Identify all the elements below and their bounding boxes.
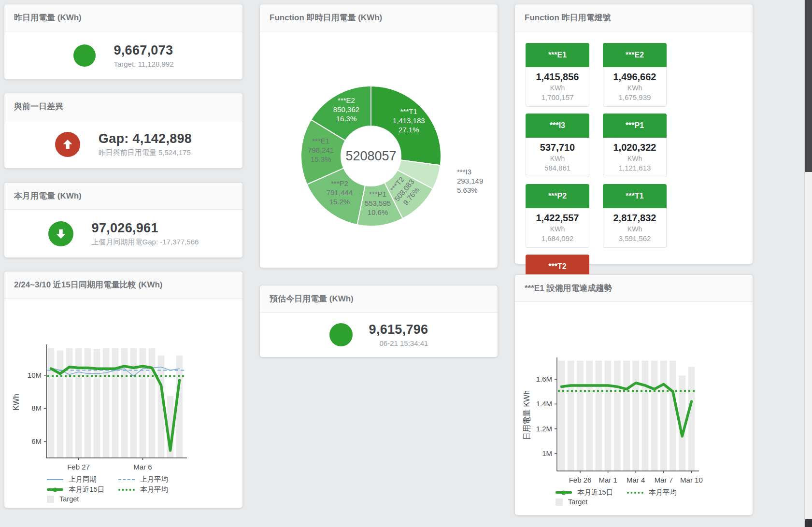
target-bar xyxy=(66,348,73,458)
light-tile-i3: ***I3537,710KWh584,861 xyxy=(526,114,589,177)
legend-item: 本月近15日 xyxy=(47,485,118,494)
target-bar xyxy=(660,361,667,471)
tile-body: 1,020,322KWh1,121,613 xyxy=(603,138,667,177)
kpi-body: 9,615,796 06-21 15:34:41 xyxy=(260,313,498,357)
card-title: 2/24~3/10 近15日同期用電量比較 (KWh) xyxy=(4,271,242,299)
card-title: 昨日用電量 (KWh) xyxy=(4,4,242,31)
tile-body: 537,710KWh584,861 xyxy=(526,138,589,177)
card-title: 本月用電量 (KWh) xyxy=(4,183,242,210)
dash-blue-icon xyxy=(118,479,135,480)
line-blue-icon xyxy=(47,479,63,480)
tile-target: 3,591,562 xyxy=(603,234,666,242)
target-bar xyxy=(577,361,584,471)
kpi-body: Gap: 4,142,898 昨日與前日用電量 5,524,175 xyxy=(4,120,242,168)
card-title: 預估今日用電量 (KWh) xyxy=(260,285,498,313)
light-tile-p2: ***P21,422,557KWh1,684,092 xyxy=(526,184,589,248)
x-tick-label: Feb 26 xyxy=(569,476,592,484)
legend-label: 上月平均 xyxy=(140,475,168,484)
legend-item: 本月平均 xyxy=(118,485,190,494)
card-15day-compare: 2/24~3/10 近15日同期用電量比較 (KWh) 6M8M10MFeb 2… xyxy=(4,271,243,508)
tile-value: 1,020,322 xyxy=(603,142,666,153)
y-tick-label: 1.6M xyxy=(536,375,552,383)
scrollbar-thumb[interactable] xyxy=(805,0,812,172)
legend-item: 本月平均 xyxy=(627,488,698,497)
status-circle-icon xyxy=(73,44,96,67)
kpi-body: 97,026,961 上個月同期用電Gap: -17,377,566 xyxy=(4,210,242,257)
square-gray-icon xyxy=(556,499,563,506)
target-bar xyxy=(140,348,146,458)
legend-row: 本月近15日本月平均 xyxy=(556,488,753,497)
tile-target: 1,121,613 xyxy=(603,164,666,172)
tile-header: ***P2 xyxy=(526,184,589,208)
card-title: Function 昨日用電燈號 xyxy=(515,4,753,31)
target-bar xyxy=(94,349,100,458)
kpi-subtitle: 昨日與前日用電量 5,524,175 xyxy=(99,148,192,157)
compare-chart: 6M8M10MFeb 27Mar 6KWh xyxy=(4,340,242,474)
card-yesterday-lights: Function 昨日用電燈號 ***E11,415,856KWh1,700,1… xyxy=(514,4,753,264)
x-tick-label: Mar 4 xyxy=(627,476,645,484)
kpi-timestamp: 06-21 15:34:41 xyxy=(369,339,428,347)
square-gray-icon xyxy=(47,496,54,503)
tile-value: 1,422,557 xyxy=(526,213,589,224)
kpi-value: 97,026,961 xyxy=(92,221,199,236)
dot-green-icon xyxy=(627,492,643,494)
tile-target: 1,684,092 xyxy=(526,234,589,242)
kpi-value: 9,615,796 xyxy=(369,322,428,337)
kpi-value: Gap: 4,142,898 xyxy=(99,131,192,146)
tile-value: 2,817,832 xyxy=(603,213,666,224)
light-tile-p1: ***P11,020,322KWh1,121,613 xyxy=(603,114,667,177)
x-tick-label: Feb 27 xyxy=(67,463,90,471)
tile-value: 1,415,856 xyxy=(526,71,589,83)
target-bar xyxy=(75,348,82,458)
compare-legend: 上月同期上月平均本月近15日本月平均Target xyxy=(47,475,242,503)
target-bar xyxy=(558,361,565,471)
light-tile-t1: ***T12,817,832KWh3,591,562 xyxy=(603,184,667,248)
legend-label: Target xyxy=(568,498,587,506)
legend-label: 本月平均 xyxy=(140,485,168,494)
down-arrow-icon xyxy=(48,221,73,246)
tile-target: 1,700,157 xyxy=(526,93,589,101)
scrollbar-corner xyxy=(805,519,812,527)
legend-item: 上月平均 xyxy=(118,475,190,484)
target-bar xyxy=(121,348,128,458)
tile-header: ***I3 xyxy=(526,114,589,138)
dot-green-icon xyxy=(118,489,135,491)
kpi-text: 9,615,796 06-21 15:34:41 xyxy=(369,322,428,347)
target-bar xyxy=(149,348,156,458)
tile-unit: KWh xyxy=(603,155,666,162)
target-bar xyxy=(632,361,639,471)
light-tile-e2: ***E21,496,662KWh1,675,939 xyxy=(603,43,667,107)
card-title: 與前一日差異 xyxy=(4,93,242,120)
scrollbar-track[interactable] xyxy=(804,0,812,527)
donut-chart: ***T11,413,18327.1%***I3293,1495.63%***T… xyxy=(260,31,497,267)
y-tick-label: 8M xyxy=(31,404,42,412)
tile-body: 2,817,832KWh3,591,562 xyxy=(603,208,667,248)
tile-body: 1,415,856KWh1,700,157 xyxy=(526,67,589,107)
x-tick-label: Mar 6 xyxy=(133,463,152,471)
target-bar xyxy=(641,361,648,471)
kpi-subtitle: Target: 11,128,992 xyxy=(114,60,174,68)
tile-value: 537,710 xyxy=(526,142,589,153)
legend-item: Target xyxy=(47,495,118,503)
kpi-body: 9,667,073 Target: 11,128,992 xyxy=(4,31,242,79)
target-bar xyxy=(595,361,602,471)
kpi-text: 97,026,961 上個月同期用電Gap: -17,377,566 xyxy=(92,221,199,247)
y-tick-label: 10M xyxy=(28,371,42,379)
target-bar xyxy=(586,361,593,471)
donut-segment-label: ***I3293,1495.63% xyxy=(457,168,483,194)
x-tick-label: Mar 10 xyxy=(680,476,703,484)
legend-label: 本月近15日 xyxy=(69,485,104,494)
tile-header: ***P1 xyxy=(603,114,667,138)
card-estimate-today: 預估今日用電量 (KWh) 9,615,796 06-21 15:34:41 xyxy=(259,285,498,357)
x-tick-label: Mar 1 xyxy=(598,476,617,484)
target-bar xyxy=(670,361,676,471)
target-bar xyxy=(48,348,55,458)
legend-item: 上月同期 xyxy=(47,475,118,484)
target-bar xyxy=(568,361,574,471)
y-tick-label: 1M xyxy=(542,449,552,457)
kpi-text: Gap: 4,142,898 昨日與前日用電量 5,524,175 xyxy=(99,131,192,157)
target-bar xyxy=(651,361,658,471)
kpi-subtitle: 上個月同期用電Gap: -17,377,566 xyxy=(92,238,199,247)
y-tick-label: 1.2M xyxy=(536,425,552,433)
legend-item: Target xyxy=(556,498,627,506)
